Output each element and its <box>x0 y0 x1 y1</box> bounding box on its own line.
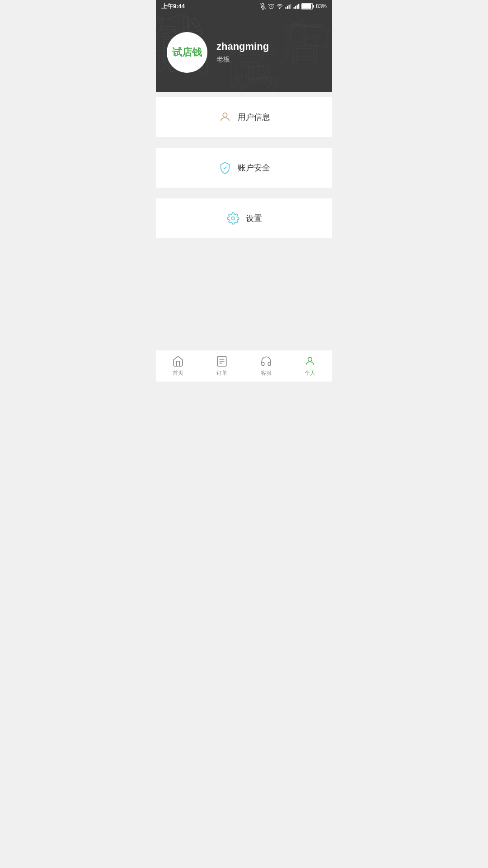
profile-banner: 钱 试 店 试店钱 zhangming 老板 <box>156 13 332 92</box>
profile-info: zhangming 老板 <box>216 41 269 64</box>
signal2-icon <box>293 3 300 9</box>
separator-2 <box>156 193 332 198</box>
account-security-button[interactable]: 账户安全 <box>156 148 332 188</box>
svg-rect-12 <box>298 4 299 9</box>
home-icon <box>172 355 184 368</box>
profile-role: 老板 <box>216 55 269 64</box>
user-info-button[interactable]: 用户信息 <box>156 97 332 137</box>
avatar: 试店钱 <box>167 32 207 73</box>
svg-rect-11 <box>297 5 298 9</box>
menu-section-settings: 设置 <box>156 198 332 238</box>
nav-label-orders: 订单 <box>216 369 227 377</box>
svg-rect-8 <box>290 4 291 9</box>
signal1-icon <box>285 3 291 9</box>
nav-label-support: 客服 <box>261 369 272 377</box>
battery-percent: 83% <box>316 3 327 9</box>
user-info-label: 用户信息 <box>238 112 270 123</box>
svg-point-22 <box>223 113 227 117</box>
svg-rect-10 <box>295 6 296 9</box>
nav-item-home[interactable]: 首页 <box>156 355 200 377</box>
orders-icon <box>216 355 228 368</box>
account-security-label: 账户安全 <box>238 162 270 173</box>
headset-icon <box>260 355 272 368</box>
main-content: 钱 试 店 试店钱 zhangming 老板 <box>156 13 332 350</box>
battery-icon <box>301 3 314 9</box>
nav-item-profile[interactable]: 个人 <box>288 355 333 377</box>
mute-icon <box>260 3 266 9</box>
user-info-icon <box>218 110 232 124</box>
separator-3 <box>156 244 332 249</box>
nav-item-support[interactable]: 客服 <box>244 355 288 377</box>
settings-label: 设置 <box>246 213 262 224</box>
svg-rect-6 <box>287 6 288 9</box>
menu-section-account-security: 账户安全 <box>156 148 332 188</box>
svg-rect-5 <box>286 7 286 9</box>
avatar-text: 试店钱 <box>172 47 202 57</box>
status-time: 上午9:44 <box>161 2 185 10</box>
gray-fill <box>156 249 332 350</box>
status-icons: 83% <box>260 3 327 9</box>
settings-button[interactable]: 设置 <box>156 198 332 238</box>
svg-point-4 <box>279 8 280 9</box>
svg-rect-7 <box>289 5 290 9</box>
svg-point-28 <box>308 357 312 361</box>
profile-username: zhangming <box>216 41 269 52</box>
menu-section-user-info: 用户信息 <box>156 97 332 137</box>
svg-rect-15 <box>302 4 311 9</box>
bottom-nav: 首页 订单 客服 <box>156 350 332 382</box>
settings-icon <box>226 211 240 226</box>
nav-label-profile: 个人 <box>305 369 315 377</box>
svg-point-23 <box>232 217 235 220</box>
account-security-icon <box>218 160 232 175</box>
alarm-icon <box>268 3 274 9</box>
wifi-icon <box>276 3 283 9</box>
person-nav-icon <box>304 355 316 368</box>
separator-top <box>156 92 332 97</box>
separator-1 <box>156 142 332 148</box>
nav-label-home: 首页 <box>173 369 183 377</box>
svg-rect-14 <box>313 5 314 8</box>
nav-item-orders[interactable]: 订单 <box>200 355 244 377</box>
status-bar: 上午9:44 <box>156 0 332 13</box>
svg-rect-9 <box>294 7 295 9</box>
